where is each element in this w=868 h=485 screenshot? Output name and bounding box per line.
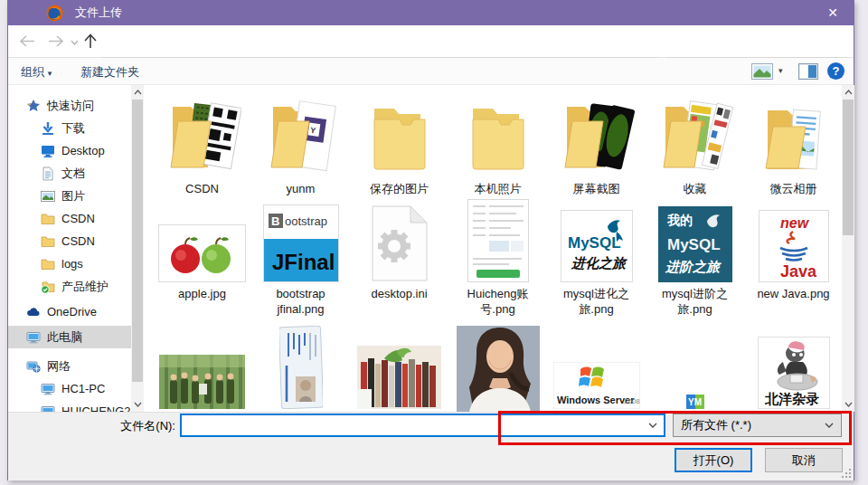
item-label: 收藏 <box>646 181 744 196</box>
sidebar-item-label: 产品维护 <box>61 279 108 295</box>
file-item-apple-jpg[interactable]: apple.jpg <box>153 204 251 301</box>
svg-text:我的: 我的 <box>666 213 693 227</box>
svg-text:Java: Java <box>780 262 817 281</box>
item-label: 微云相册 <box>744 181 842 196</box>
file-item-mysql-advanced[interactable]: 我的 MySQL 进阶之旅 mysql进阶之旅.png <box>646 204 744 317</box>
sidebar-item-hc1-pc[interactable]: HC1-PC <box>8 377 131 400</box>
command-bar: 组织 ▾ 新建文件夹 ▾ ? <box>8 58 854 85</box>
file-thumbnail <box>153 326 251 409</box>
file-item-huicheng-account[interactable]: Huicheng账号.png <box>448 204 547 317</box>
file-item-ym-icon[interactable]: YM <box>646 326 744 409</box>
window-title: 文件上传 <box>75 5 122 21</box>
scroll-down-icon[interactable] <box>132 399 143 410</box>
file-thumbnail: MySQL 进化之旅 <box>547 204 646 282</box>
folder-thumbnail <box>153 94 251 177</box>
filetype-select[interactable]: 所有文件 (*.*) <box>673 414 842 437</box>
documents-icon <box>41 166 55 181</box>
scroll-up-icon[interactable] <box>843 87 854 98</box>
svg-text:B: B <box>271 214 279 228</box>
preview-pane-icon[interactable] <box>798 63 818 80</box>
scrollbar-thumb[interactable] <box>132 100 143 382</box>
item-label: yunm <box>251 181 350 196</box>
folder-thumbnail <box>547 94 646 177</box>
folder-item-screenshots[interactable]: 屏幕截图 <box>547 94 646 196</box>
close-button[interactable]: ✕ <box>812 0 854 25</box>
item-label: 本机照片 <box>448 181 547 196</box>
main-scrollbar[interactable] <box>842 85 854 412</box>
file-item-mysql-evolution[interactable]: MySQL 进化之旅 mysql进化之旅.png <box>547 204 646 317</box>
open-button[interactable]: 打开(O) <box>675 448 752 472</box>
sidebar-item-csdn-1[interactable]: CSDN <box>8 207 131 230</box>
scroll-up-icon[interactable] <box>132 87 143 98</box>
file-item-beiyang[interactable]: 北洋杂录 <box>744 326 842 409</box>
file-thumbnail <box>448 326 547 412</box>
sidebar-item-label: 文档 <box>61 166 85 182</box>
sidebar-item-csdn-2[interactable]: CSDN <box>8 230 131 252</box>
sidebar-item-downloads[interactable]: 下载 <box>8 117 131 139</box>
svg-text:MySQL: MySQL <box>568 234 621 252</box>
view-dropdown-icon[interactable]: ▾ <box>778 66 783 75</box>
file-item-id-card[interactable] <box>251 326 350 409</box>
sidebar-item-product-maintenance[interactable]: 产品维护 <box>8 275 131 298</box>
view-mode-icon[interactable] <box>751 63 773 80</box>
file-item-photo-group[interactable] <box>153 326 251 409</box>
folder-item-local-photos[interactable]: 本机照片 <box>448 94 547 196</box>
organize-button[interactable]: 组织 ▾ <box>21 64 52 81</box>
up-icon[interactable] <box>84 33 97 49</box>
file-item-bookshelf-photo[interactable] <box>350 326 448 409</box>
sidebar-item-this-pc[interactable]: 此电脑 <box>8 326 131 348</box>
sidebar-item-quick-access[interactable]: 快速访问 <box>8 94 131 117</box>
file-item-desktop-ini[interactable]: desktop.ini <box>350 204 448 301</box>
file-thumbnail: YM <box>646 326 744 409</box>
file-thumbnail <box>153 204 251 282</box>
file-item-bootstrap-jfinal[interactable]: B ootstrap JFinal bootstrap jfinal.png <box>251 204 350 317</box>
folder-icon <box>41 257 55 271</box>
network-icon <box>26 359 41 374</box>
filename-dropdown-button[interactable] <box>642 415 664 435</box>
file-item-portrait-photo[interactable] <box>448 326 547 412</box>
folder-icon <box>41 234 55 249</box>
item-label: 保存的图片 <box>350 181 448 196</box>
help-button[interactable]: ? <box>827 62 844 80</box>
folder-item-favorites[interactable]: 收藏 <box>646 94 744 196</box>
filetype-dropdown-button[interactable] <box>817 423 841 428</box>
folder-item-weiyun-album[interactable]: 微云相册 <box>744 94 842 196</box>
back-icon[interactable] <box>19 35 35 47</box>
sidebar-item-desktop[interactable]: Desktop <box>8 139 131 162</box>
folder-item-csdn[interactable]: CSDN <box>153 94 251 196</box>
svg-text:ootstrap: ootstrap <box>285 214 327 228</box>
sidebar-scrollbar[interactable] <box>131 85 144 412</box>
forward-icon[interactable] <box>48 35 64 47</box>
filename-input[interactable] <box>182 415 642 435</box>
resize-grip[interactable] <box>840 467 851 478</box>
recent-locations-icon[interactable] <box>71 40 79 45</box>
sidebar-item-label: 下载 <box>61 120 85 137</box>
organize-label: 组织 <box>21 65 44 79</box>
cancel-button[interactable]: 取消 <box>765 448 843 472</box>
new-folder-button[interactable]: 新建文件夹 <box>80 64 139 81</box>
sidebar-item-onedrive[interactable]: OneDrive <box>8 300 131 323</box>
sidebar-item-huicheng2[interactable]: HUICHENG2 <box>8 400 131 412</box>
folder-item-saved-pictures[interactable]: 保存的图片 <box>350 94 448 196</box>
svg-text:进阶之旅: 进阶之旅 <box>665 259 722 274</box>
item-label: new Java.png <box>744 286 842 301</box>
sidebar-item-network[interactable]: 网络 <box>8 355 131 377</box>
folder-thumbnail: Y <box>251 94 350 177</box>
file-thumbnail: 北洋杂录 <box>744 326 842 409</box>
svg-text:MySQL: MySQL <box>667 236 721 253</box>
sidebar-item-logs[interactable]: logs <box>8 252 131 275</box>
footer-panel: 文件名(N): 所有文件 (*.*) 打开(O) 取消 <box>8 412 854 480</box>
folder-item-yunm[interactable]: Y yunm <box>251 94 350 196</box>
file-item-new-java[interactable]: new Java new Java.png <box>744 204 842 301</box>
desktop-icon <box>41 144 55 158</box>
file-item-windows-server[interactable]: Windows Server 2008 <box>547 326 646 409</box>
computer-icon <box>41 404 55 413</box>
svg-text:YM: YM <box>688 397 702 407</box>
chevron-down-icon <box>648 423 657 428</box>
svg-text:new: new <box>780 215 810 231</box>
scroll-down-icon[interactable] <box>843 399 854 410</box>
sidebar-item-documents[interactable]: 文档 <box>8 162 131 185</box>
sidebar-item-label: Desktop <box>61 144 105 157</box>
sidebar-item-pictures[interactable]: 图片 <box>8 185 131 207</box>
scrollbar-thumb[interactable] <box>843 100 854 235</box>
